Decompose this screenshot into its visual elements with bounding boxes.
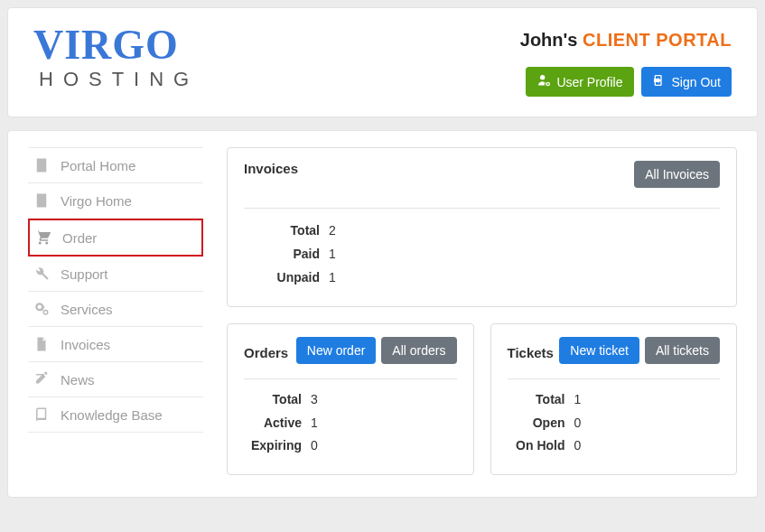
tickets-card: Tickets New ticket All tickets Total 1 O… <box>490 323 738 476</box>
new-ticket-button[interactable]: New ticket <box>559 337 639 364</box>
sidebar-item-virgo-home[interactable]: Virgo Home <box>28 183 203 219</box>
portal-label: CLIENT PORTAL <box>583 30 732 50</box>
stat-label: On Hold <box>508 434 565 458</box>
stat-value: 0 <box>574 434 582 458</box>
sign-out-icon <box>652 73 667 90</box>
user-gear-icon <box>536 73 551 90</box>
stat-label: Open <box>508 412 565 435</box>
logo-sub: HOSTING <box>39 68 199 91</box>
header-right: John's CLIENT PORTAL User Profile Sign O… <box>520 24 732 97</box>
orders-card: Orders New order All orders Total 3 Acti… <box>227 323 474 476</box>
sidebar-item-services[interactable]: Services <box>28 292 203 327</box>
sidebar-item-label: Portal Home <box>61 158 135 173</box>
tickets-onhold-row: On Hold 0 <box>508 434 721 458</box>
stat-label: Expiring <box>244 434 302 458</box>
portal-user: John's <box>520 30 578 50</box>
sidebar: Portal Home Virgo Home Order Support Ser… <box>28 147 203 433</box>
stat-value: 1 <box>329 266 336 290</box>
divider <box>244 378 457 379</box>
all-orders-button[interactable]: All orders <box>381 337 456 364</box>
user-profile-button[interactable]: User Profile <box>526 67 633 97</box>
tickets-open-row: Open 0 <box>508 412 721 435</box>
sidebar-item-label: News <box>61 372 95 387</box>
divider <box>508 378 721 379</box>
user-profile-label: User Profile <box>556 75 622 89</box>
stat-value: 1 <box>574 388 582 412</box>
sidebar-item-label: Support <box>61 266 108 282</box>
tickets-title: Tickets <box>508 340 554 360</box>
logo: VIRGO HOSTING <box>33 24 199 91</box>
main: Invoices All Invoices Total 2 Paid 1 Unp… <box>227 147 737 475</box>
invoices-title: Invoices <box>244 161 298 176</box>
all-invoices-button[interactable]: All Invoices <box>634 161 720 188</box>
sidebar-item-label: Virgo Home <box>61 193 132 209</box>
invoices-paid-row: Paid 1 <box>244 243 720 266</box>
stat-value: 0 <box>574 412 582 435</box>
sidebar-item-label: Services <box>61 302 113 317</box>
portal-title: John's CLIENT PORTAL <box>520 30 732 51</box>
content: Portal Home Virgo Home Order Support Ser… <box>7 130 758 498</box>
tickets-total-row: Total 1 <box>508 388 721 412</box>
building-icon <box>33 157 50 173</box>
logo-main: VIRGO <box>33 24 199 66</box>
orders-total-row: Total 3 <box>244 388 457 412</box>
wrench-icon <box>33 266 50 282</box>
new-order-button[interactable]: New order <box>296 337 377 364</box>
stat-label: Total <box>508 388 565 412</box>
orders-expiring-row: Expiring 0 <box>244 434 457 458</box>
sidebar-item-label: Invoices <box>61 337 110 352</box>
sidebar-item-order[interactable]: Order <box>28 219 203 257</box>
sidebar-item-news[interactable]: News <box>28 362 203 397</box>
sidebar-item-label: Order <box>62 230 97 246</box>
book-icon <box>33 406 50 423</box>
stat-label: Active <box>244 412 302 435</box>
sidebar-item-invoices[interactable]: Invoices <box>28 327 203 362</box>
cart-icon <box>35 229 51 246</box>
all-tickets-button[interactable]: All tickets <box>645 337 720 364</box>
header: VIRGO HOSTING John's CLIENT PORTAL User … <box>7 7 758 117</box>
edit-icon <box>33 371 50 387</box>
file-icon <box>33 336 50 352</box>
stat-value: 3 <box>311 388 318 412</box>
sign-out-button[interactable]: Sign Out <box>641 67 732 97</box>
stat-value: 1 <box>329 243 336 266</box>
orders-active-row: Active 1 <box>244 412 457 435</box>
stat-label: Paid <box>244 243 320 266</box>
stat-value: 0 <box>311 434 318 458</box>
divider <box>244 208 720 209</box>
sign-out-label: Sign Out <box>672 75 721 89</box>
invoices-unpaid-row: Unpaid 1 <box>244 266 720 290</box>
sidebar-item-knowledge-base[interactable]: Knowledge Base <box>28 397 203 433</box>
sidebar-item-portal-home[interactable]: Portal Home <box>28 147 203 183</box>
orders-title: Orders <box>244 340 288 360</box>
invoices-total-row: Total 2 <box>244 219 720 243</box>
sidebar-item-support[interactable]: Support <box>28 257 203 292</box>
sidebar-item-label: Knowledge Base <box>61 407 163 423</box>
stat-label: Total <box>244 219 320 243</box>
invoices-card: Invoices All Invoices Total 2 Paid 1 Unp… <box>227 147 737 307</box>
stat-label: Total <box>244 388 302 412</box>
building-icon <box>33 192 50 209</box>
stat-value: 1 <box>311 412 318 435</box>
stat-label: Unpaid <box>244 266 320 290</box>
gears-icon <box>33 301 50 317</box>
stat-value: 2 <box>329 219 336 243</box>
